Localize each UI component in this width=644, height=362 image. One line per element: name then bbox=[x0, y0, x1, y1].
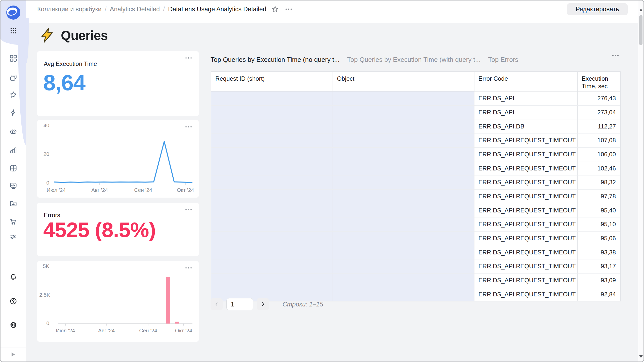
execution-time-cell: 93,38 bbox=[578, 245, 620, 259]
breadcrumb-workbook[interactable]: Analytics Detailed bbox=[110, 6, 160, 13]
redacted-cell bbox=[333, 133, 474, 147]
error-code-cell: ERR.DS_API.REQUEST_TIMEOUT bbox=[474, 259, 578, 273]
x-axis-label: Сен '24 bbox=[134, 187, 152, 193]
page-title: Queries bbox=[61, 28, 108, 43]
grid-squares-icon[interactable] bbox=[9, 54, 17, 62]
sidebar-footer bbox=[1, 347, 26, 361]
y-axis-label: 2,5K bbox=[39, 292, 49, 298]
gear-icon[interactable] bbox=[9, 321, 17, 329]
sliders-icon[interactable] bbox=[9, 233, 17, 241]
redacted-cell bbox=[211, 92, 333, 105]
error-code-cell: ERR.DS_API.REQUEST_TIMEOUT bbox=[474, 274, 578, 287]
dashboard-title-row: Queries bbox=[39, 28, 108, 43]
tab-1[interactable]: Top Queries by Execution Time (with quer… bbox=[347, 56, 480, 64]
error-code-cell: ERR.DS_API.REQUEST_TIMEOUT bbox=[474, 190, 578, 203]
breadcrumb-current-page: DataLens Usage Analytics Detailed bbox=[168, 6, 266, 13]
redacted-cell bbox=[333, 190, 474, 203]
breadcrumb-separator: / bbox=[105, 6, 107, 13]
execution-time-cell: 93,09 bbox=[578, 274, 620, 287]
redacted-cell bbox=[333, 259, 474, 273]
more-menu-icon[interactable] bbox=[286, 9, 292, 10]
table-row: ERR.DS_API.REQUEST_TIMEOUT97,78 bbox=[211, 190, 620, 204]
help-icon[interactable] bbox=[9, 297, 17, 305]
redacted-cell bbox=[211, 161, 333, 175]
redacted-cell bbox=[211, 245, 333, 259]
widget-menu-icon[interactable] bbox=[612, 55, 619, 56]
redacted-cell bbox=[333, 274, 474, 287]
table-row: ERR.DS_API.REQUEST_TIMEOUT95,06 bbox=[211, 232, 620, 246]
error-code-cell: ERR.DS_API.REQUEST_TIMEOUT bbox=[474, 245, 578, 259]
scrollbar-thumb[interactable] bbox=[639, 15, 642, 45]
bell-icon[interactable] bbox=[9, 273, 17, 281]
redacted-cell bbox=[211, 232, 333, 245]
dashboard-content: Queries Avg Execution Time 8,64 02040Июл… bbox=[26, 18, 638, 362]
table-icon[interactable] bbox=[9, 164, 17, 172]
expand-sidebar-icon[interactable] bbox=[12, 352, 15, 356]
x-axis-label: Окт '24 bbox=[177, 187, 194, 193]
scrollbar[interactable] bbox=[638, 1, 643, 361]
scroll-down-icon[interactable] bbox=[639, 355, 643, 358]
pagination: Строки: 1–15 bbox=[211, 298, 323, 310]
column-header-1: Object bbox=[333, 72, 474, 91]
error-code-cell: ERR.DS_API.REQUEST_TIMEOUT bbox=[474, 161, 578, 175]
error-code-cell: ERR.DS_API.REQUEST_TIMEOUT bbox=[474, 148, 578, 161]
next-page-button[interactable] bbox=[257, 298, 269, 310]
table-row: ERR.DS_API.REQUEST_TIMEOUT95,40 bbox=[211, 203, 620, 217]
redacted-cell bbox=[333, 119, 474, 133]
chevron-left-icon bbox=[214, 301, 219, 307]
apps-grid-icon[interactable] bbox=[9, 27, 17, 35]
monitor-chart-icon[interactable] bbox=[9, 182, 17, 190]
avg-execution-time-value: 8,64 bbox=[43, 70, 85, 96]
errors-value: 4525 (8.5%) bbox=[43, 218, 156, 242]
error-code-cell: ERR.DS_API.REQUEST_TIMEOUT bbox=[474, 217, 578, 231]
redacted-cell bbox=[333, 148, 474, 161]
scroll-up-icon[interactable] bbox=[639, 9, 643, 11]
cart-icon[interactable] bbox=[9, 217, 17, 225]
redacted-cell bbox=[211, 106, 333, 119]
card-menu-icon[interactable] bbox=[185, 57, 192, 59]
top-errors-table: Request ID (short)ObjectError CodeExecut… bbox=[211, 71, 621, 301]
x-axis-label: Июл '24 bbox=[56, 328, 75, 334]
redacted-cell bbox=[333, 92, 474, 105]
circles-icon[interactable] bbox=[9, 128, 17, 136]
redacted-cell bbox=[211, 217, 333, 231]
folder-icon[interactable] bbox=[9, 199, 17, 207]
edit-button[interactable]: Редактировать bbox=[567, 3, 628, 15]
tab-0[interactable]: Top Queries by Execution Time (no query … bbox=[211, 56, 340, 64]
prev-page-button[interactable] bbox=[211, 298, 223, 310]
table-row: ERR.DS_API.REQUEST_TIMEOUT102,46 bbox=[211, 161, 620, 175]
tab-2[interactable]: Top Errors bbox=[488, 56, 518, 64]
redacted-cell bbox=[211, 175, 333, 189]
execution-time-cell: 107,08 bbox=[578, 133, 620, 147]
page-number-input[interactable] bbox=[226, 298, 253, 310]
avg-execution-time-card: Avg Execution Time 8,64 bbox=[37, 51, 199, 116]
bar-chart-icon[interactable] bbox=[9, 146, 17, 154]
error-code-cell: ERR.DS_API.REQUEST_TIMEOUT bbox=[474, 232, 578, 245]
redacted-cell bbox=[211, 133, 333, 147]
table-row: ERR.DS_API273,04 bbox=[211, 106, 620, 120]
favorite-star-icon[interactable] bbox=[271, 6, 279, 13]
breadcrumb-collections[interactable]: Коллекции и воркбуки bbox=[37, 6, 102, 13]
lightning-icon[interactable] bbox=[9, 109, 17, 117]
copies-icon[interactable] bbox=[9, 74, 17, 82]
star-icon[interactable] bbox=[9, 91, 17, 99]
redacted-cell bbox=[333, 287, 474, 301]
redacted-cell bbox=[333, 217, 474, 231]
errors-chart-card: 02,5K5KИюл '24Авг '24Сен '24Окт '24 bbox=[37, 261, 199, 342]
redacted-cell bbox=[333, 161, 474, 175]
table-row: ERR.DS_API.REQUEST_TIMEOUT98,32 bbox=[211, 175, 620, 190]
avg-execution-line-chart bbox=[54, 125, 192, 186]
redacted-cell bbox=[333, 106, 474, 119]
datalens-logo-icon[interactable] bbox=[6, 5, 21, 20]
table-header-row: Request ID (short)ObjectError CodeExecut… bbox=[211, 72, 620, 92]
execution-time-cell: 112,27 bbox=[578, 119, 620, 133]
y-axis-label: 40 bbox=[39, 122, 49, 128]
error-code-cell: ERR.DS_API.DB bbox=[474, 119, 578, 133]
table-row: ERR.DS_API.DB112,27 bbox=[211, 119, 620, 133]
table-row: ERR.DS_API.REQUEST_TIMEOUT93,38 bbox=[211, 245, 620, 259]
card-menu-icon[interactable] bbox=[185, 209, 192, 210]
redacted-cell bbox=[333, 175, 474, 189]
sidebar bbox=[1, 1, 26, 361]
redacted-cell bbox=[333, 232, 474, 245]
execution-time-cell: 98,32 bbox=[578, 175, 620, 189]
